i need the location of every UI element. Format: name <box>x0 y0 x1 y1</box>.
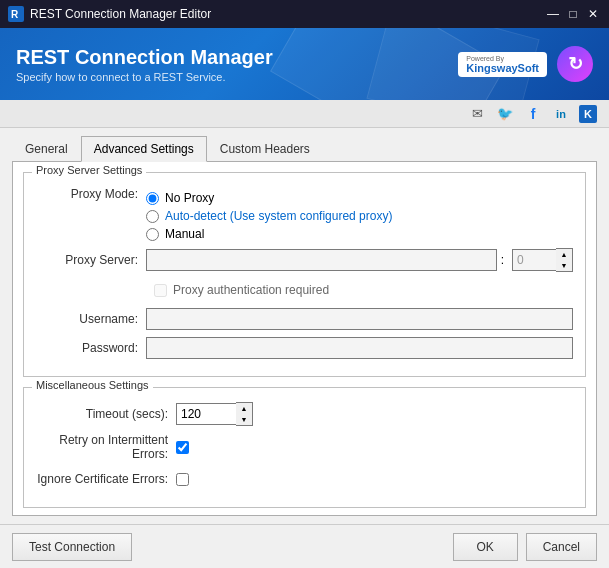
proxy-mode-row: Proxy Mode: No Proxy Auto-detect (Use sy… <box>36 187 573 241</box>
cancel-button[interactable]: Cancel <box>526 533 597 561</box>
proxy-mode-group: No Proxy Auto-detect (Use system configu… <box>146 187 392 241</box>
timeout-up-button[interactable]: ▲ <box>236 403 252 414</box>
retry-label: Retry on Intermittent Errors: <box>36 433 176 461</box>
timeout-label: Timeout (secs): <box>36 407 176 421</box>
test-connection-button[interactable]: Test Connection <box>12 533 132 561</box>
tab-general[interactable]: General <box>12 136 81 162</box>
app-icon: R <box>8 6 24 22</box>
radio-manual[interactable]: Manual <box>146 227 392 241</box>
maximize-button[interactable]: □ <box>565 6 581 22</box>
password-input[interactable] <box>146 337 573 359</box>
footer-right: OK Cancel <box>453 533 597 561</box>
port-down-button[interactable]: ▼ <box>556 260 572 271</box>
misc-section-title: Miscellaneous Settings <box>32 379 153 391</box>
social-bar: ✉ 🐦 f in K <box>0 100 609 128</box>
auto-detect-label: Auto-detect (Use system configured proxy… <box>165 209 392 223</box>
powered-by-text: Powered By <box>466 55 539 62</box>
proxy-server-label: Proxy Server: <box>36 253 146 267</box>
twitter-icon[interactable]: 🐦 <box>495 104 515 124</box>
proxy-auth-label: Proxy authentication required <box>173 283 329 297</box>
timeout-down-button[interactable]: ▼ <box>236 414 252 425</box>
username-row: Username: <box>36 308 573 330</box>
proxy-auth-checkbox[interactable] <box>154 284 167 297</box>
radio-no-proxy[interactable]: No Proxy <box>146 191 392 205</box>
password-row: Password: <box>36 337 573 359</box>
svg-text:R: R <box>11 9 19 20</box>
colon-separator: : <box>501 253 504 267</box>
tabs: General Advanced Settings Custom Headers <box>12 136 597 162</box>
username-label: Username: <box>36 312 146 326</box>
timeout-row: Timeout (secs): ▲ ▼ <box>36 402 573 426</box>
password-label: Password: <box>36 341 146 355</box>
timeout-spinner: ▲ ▼ <box>236 402 253 426</box>
manual-label: Manual <box>165 227 204 241</box>
title-bar: R REST Connection Manager Editor — □ ✕ <box>0 0 609 28</box>
proxy-server-row: Proxy Server: : ▲ ▼ <box>36 248 573 272</box>
header-subtitle: Specify how to connect to a REST Service… <box>16 71 273 83</box>
linkedin-icon[interactable]: in <box>551 104 571 124</box>
header-banner: REST Connection Manager Specify how to c… <box>0 28 609 100</box>
proxy-server-input[interactable] <box>146 249 497 271</box>
ignore-cert-row: Ignore Certificate Errors: <box>36 468 573 490</box>
header-right: Powered By KingswaySoft ↻ <box>458 46 593 82</box>
minimize-button[interactable]: — <box>545 6 561 22</box>
ok-button[interactable]: OK <box>453 533 518 561</box>
port-spinner: ▲ ▼ <box>556 248 573 272</box>
retry-row: Retry on Intermittent Errors: <box>36 433 573 461</box>
brand-logo: ↻ <box>557 46 593 82</box>
timeout-input[interactable] <box>176 403 236 425</box>
tab-custom-headers[interactable]: Custom Headers <box>207 136 323 162</box>
brand-name: KingswaySoft <box>466 62 539 74</box>
proxy-auth-checkbox-row[interactable]: Proxy authentication required <box>154 283 329 297</box>
port-up-button[interactable]: ▲ <box>556 249 572 260</box>
facebook-icon[interactable]: f <box>523 104 543 124</box>
proxy-section: Proxy Server Settings Proxy Mode: No Pro… <box>23 172 586 377</box>
title-bar-title: REST Connection Manager Editor <box>30 7 211 21</box>
title-bar-left: R REST Connection Manager Editor <box>8 6 211 22</box>
ignore-cert-checkbox[interactable] <box>176 473 189 486</box>
proxy-auth-row: Proxy authentication required <box>154 279 573 301</box>
ignore-cert-label: Ignore Certificate Errors: <box>36 472 176 486</box>
footer: Test Connection OK Cancel <box>0 524 609 568</box>
username-input[interactable] <box>146 308 573 330</box>
radio-auto-detect[interactable]: Auto-detect (Use system configured proxy… <box>146 209 392 223</box>
tab-panel-advanced: Proxy Server Settings Proxy Mode: No Pro… <box>12 162 597 516</box>
proxy-mode-label: Proxy Mode: <box>36 187 146 201</box>
retry-checkbox[interactable] <box>176 441 189 454</box>
no-proxy-label: No Proxy <box>165 191 214 205</box>
proxy-port-input[interactable] <box>512 249 556 271</box>
tab-advanced-settings[interactable]: Advanced Settings <box>81 136 207 162</box>
email-icon[interactable]: ✉ <box>467 104 487 124</box>
close-button[interactable]: ✕ <box>585 6 601 22</box>
title-bar-controls: — □ ✕ <box>545 6 601 22</box>
header-text: REST Connection Manager Specify how to c… <box>16 46 273 83</box>
brand-k-icon[interactable]: K <box>579 105 597 123</box>
header-title: REST Connection Manager <box>16 46 273 69</box>
misc-section: Miscellaneous Settings Timeout (secs): ▲… <box>23 387 586 508</box>
proxy-section-title: Proxy Server Settings <box>32 164 146 176</box>
main-content: General Advanced Settings Custom Headers… <box>0 128 609 524</box>
powered-by-badge: Powered By KingswaySoft <box>458 52 547 77</box>
